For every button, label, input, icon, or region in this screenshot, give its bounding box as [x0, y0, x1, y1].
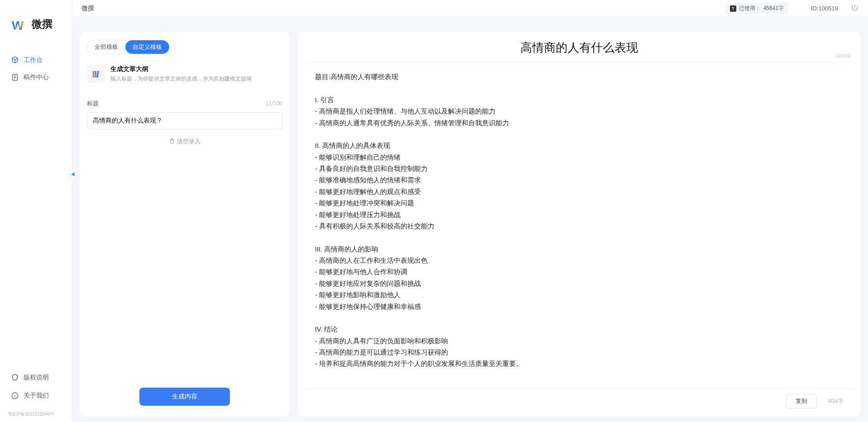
main: 微撰 T 已使用： 45641字 ID:100519 全部模板 自定义模板 — [72, 0, 868, 422]
doc-head: 高情商的人有什么表现 10/100 — [305, 40, 854, 62]
books-icon — [91, 69, 101, 79]
logo-mark-icon: W — [12, 19, 28, 30]
chevron-left-icon: ◀ — [71, 171, 75, 176]
doc-icon — [11, 73, 19, 81]
token-icon: T — [730, 5, 736, 12]
doc-body[interactable]: 题目:高情商的人有哪些表现 I. 引言 - 高情商是指人们处理情绪、与他人互动以… — [305, 62, 854, 388]
output-panel: 高情商的人有什么表现 10/100 题目:高情商的人有哪些表现 I. 引言 - … — [298, 32, 861, 417]
nav-label: 稿件中心 — [24, 73, 49, 81]
doc-title-count: 10/100 — [835, 53, 851, 58]
topbar: 微撰 T 已使用： 45641字 ID:100519 — [72, 0, 868, 17]
cube-icon — [11, 56, 19, 64]
config-panel: 全部模板 自定义模板 生成文章大纲 输入标题，为你提供文章主体的灵感，并为其创建… — [80, 32, 290, 417]
footer-item-about[interactable]: 关于我们 — [8, 387, 64, 405]
template-card: 生成文章大纲 输入标题，为你提供文章主体的灵感，并为其创建推文提纲 — [87, 65, 282, 83]
tab-custom-templates[interactable]: 自定义模板 — [125, 40, 169, 54]
nav-item-docs[interactable]: 稿件中心 — [8, 69, 64, 86]
nav: 工作台 稿件中心 — [0, 52, 72, 86]
svg-rect-4 — [96, 71, 99, 77]
power-icon — [851, 4, 859, 12]
logo: W 微撰 — [0, 0, 72, 52]
svg-rect-3 — [95, 71, 96, 78]
usage-label: 已使用： — [739, 5, 761, 12]
svg-rect-2 — [93, 71, 95, 78]
sidebar: W 微撰 工作台 稿件中心 — [0, 0, 72, 422]
template-desc: 输入标题，为你提供文章主体的灵感，并为其创建推文提纲 — [110, 75, 252, 83]
doc-footer: 复制 404字 — [305, 388, 854, 410]
shield-icon — [11, 374, 19, 382]
field-label: 标题 — [87, 100, 99, 108]
logo-text: 微撰 — [32, 17, 52, 31]
copy-button[interactable]: 复制 — [786, 394, 817, 408]
user-id: ID:100519 — [811, 5, 838, 12]
template-title: 生成文章大纲 — [110, 65, 252, 73]
usage-value: 45641字 — [763, 5, 784, 12]
title-input[interactable] — [87, 112, 282, 129]
nav-item-workbench[interactable]: 工作台 — [8, 52, 64, 69]
trash-icon — [169, 138, 175, 146]
tab-all-templates[interactable]: 全部模板 — [87, 40, 125, 54]
nav-label: 工作台 — [24, 56, 43, 64]
icp-text: 鄂ICP备2022016946号 — [0, 409, 72, 422]
topbar-title: 微撰 — [81, 5, 94, 13]
doc-char-count: 404字 — [828, 397, 844, 405]
template-icon — [87, 65, 105, 83]
footer-item-copyright[interactable]: 版权说明 — [8, 369, 64, 387]
footer-label: 关于我们 — [24, 392, 49, 400]
footer-label: 版权说明 — [24, 374, 49, 382]
info-icon — [11, 392, 19, 400]
usage-badge[interactable]: T 已使用： 45641字 — [725, 3, 788, 14]
collapse-sidebar-button[interactable]: ◀ — [70, 169, 76, 179]
clear-label: 清空录入 — [177, 138, 200, 146]
template-tabs: 全部模板 自定义模板 — [87, 40, 170, 54]
clear-input-button[interactable]: 清空录入 — [87, 138, 282, 146]
field-char-count: 11/100 — [266, 100, 282, 107]
workspace: 全部模板 自定义模板 生成文章大纲 输入标题，为你提供文章主体的灵感，并为其创建… — [72, 17, 868, 422]
power-button[interactable] — [851, 4, 859, 14]
sidebar-footer: 版权说明 关于我们 — [0, 369, 72, 409]
doc-title: 高情商的人有什么表现 — [305, 40, 854, 56]
generate-button[interactable]: 生成内容 — [139, 388, 230, 406]
